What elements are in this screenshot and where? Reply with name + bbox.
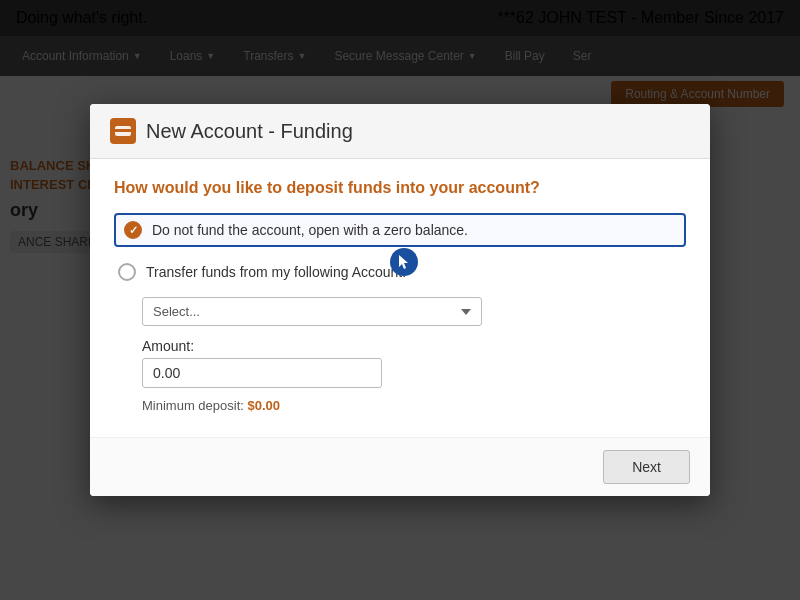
- account-select-wrapper: Select...: [142, 297, 686, 326]
- radio-no-fund[interactable]: [124, 221, 142, 239]
- option-transfer-label: Transfer funds from my following Account…: [146, 264, 406, 280]
- modal-footer: Next: [90, 437, 710, 496]
- min-deposit-label: Minimum deposit:: [142, 398, 244, 413]
- option-no-fund-label: Do not fund the account, open with a zer…: [152, 222, 468, 238]
- radio-transfer[interactable]: [118, 263, 136, 281]
- min-deposit-value: $0.00: [248, 398, 281, 413]
- modal-header-icon: [110, 118, 136, 144]
- modal-title: New Account - Funding: [146, 120, 353, 143]
- modal-body: How would you like to deposit funds into…: [90, 159, 710, 437]
- svg-rect-1: [115, 129, 131, 132]
- option-no-fund[interactable]: Do not fund the account, open with a zer…: [114, 213, 686, 247]
- min-deposit: Minimum deposit: $0.00: [142, 398, 686, 413]
- account-select[interactable]: Select...: [142, 297, 482, 326]
- cursor-indicator: [390, 248, 418, 276]
- amount-section: Amount:: [142, 338, 686, 388]
- next-button[interactable]: Next: [603, 450, 690, 484]
- modal-dialog: New Account - Funding How would you like…: [90, 104, 710, 496]
- modal-header: New Account - Funding: [90, 104, 710, 159]
- modal-question: How would you like to deposit funds into…: [114, 179, 686, 197]
- amount-input[interactable]: [142, 358, 382, 388]
- amount-label: Amount:: [142, 338, 686, 354]
- modal-overlay: New Account - Funding How would you like…: [0, 0, 800, 600]
